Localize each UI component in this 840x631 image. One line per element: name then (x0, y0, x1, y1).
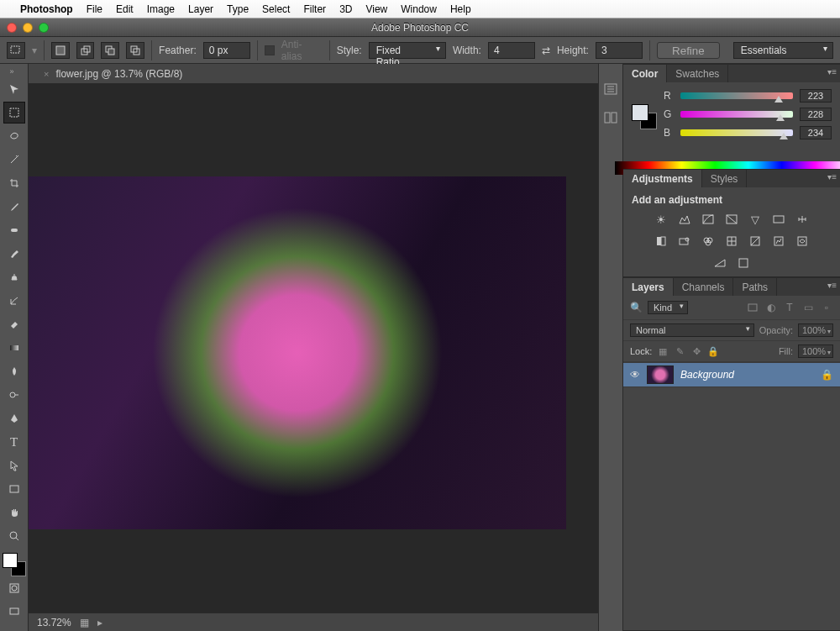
new-selection-icon[interactable] (51, 42, 70, 59)
magic-wand-tool-icon[interactable] (3, 149, 25, 171)
menu-3d[interactable]: 3D (339, 3, 352, 15)
fill-input[interactable]: 100% (798, 344, 833, 358)
vibrance-icon[interactable]: ▽ (748, 213, 763, 226)
type-tool-icon[interactable]: T (3, 431, 25, 453)
exposure-icon[interactable] (724, 213, 739, 226)
menu-file[interactable]: File (87, 3, 102, 15)
color-lookup-icon[interactable] (724, 234, 739, 248)
gradient-tool-icon[interactable] (3, 337, 25, 359)
b-value[interactable]: 234 (800, 126, 832, 139)
clone-stamp-tool-icon[interactable] (3, 266, 25, 288)
swap-dimensions-icon[interactable]: ⇄ (542, 45, 550, 56)
history-brush-tool-icon[interactable] (3, 290, 25, 312)
color-tab[interactable]: Color (623, 65, 667, 82)
document-tab[interactable]: × flower.jpg @ 13.7% (RGB/8) (29, 64, 598, 84)
swatches-tab[interactable]: Swatches (667, 65, 728, 82)
style-dropdown[interactable]: Fixed Ratio (369, 42, 446, 59)
path-selection-tool-icon[interactable] (3, 455, 25, 476)
levels-icon[interactable] (677, 213, 692, 226)
hue-saturation-icon[interactable] (771, 213, 786, 226)
channels-tab[interactable]: Channels (674, 278, 734, 296)
filter-smart-icon[interactable]: ▫ (820, 302, 833, 313)
brightness-contrast-icon[interactable]: ☀ (654, 213, 669, 226)
menu-layer[interactable]: Layer (188, 3, 213, 15)
feather-input[interactable] (203, 42, 250, 59)
move-tool-icon[interactable] (3, 78, 25, 100)
eyedropper-tool-icon[interactable] (3, 196, 25, 218)
width-input[interactable] (488, 42, 535, 59)
selective-color-icon[interactable] (736, 256, 751, 270)
pen-tool-icon[interactable] (3, 408, 25, 429)
healing-brush-tool-icon[interactable] (3, 219, 25, 241)
threshold-icon[interactable] (795, 234, 810, 248)
crop-tool-icon[interactable] (3, 172, 25, 194)
status-info-icon[interactable]: ▦ (80, 617, 89, 628)
properties-panel-icon[interactable] (602, 111, 619, 124)
posterize-icon[interactable] (771, 234, 786, 248)
height-input[interactable] (596, 42, 643, 59)
adjustments-panel-menu-icon[interactable]: ▾≡ (827, 172, 837, 181)
refine-edge-button[interactable]: Refine ... (657, 42, 720, 59)
g-value[interactable]: 228 (800, 108, 832, 121)
menu-image[interactable]: Image (147, 3, 175, 15)
lock-transparency-icon[interactable]: ▦ (657, 345, 669, 357)
color-panel-menu-icon[interactable]: ▾≡ (827, 67, 837, 76)
styles-tab[interactable]: Styles (702, 170, 748, 187)
zoom-level[interactable]: 13.72% (37, 617, 71, 628)
lasso-tool-icon[interactable] (3, 125, 25, 147)
menu-type[interactable]: Type (227, 3, 249, 15)
filter-pixel-icon[interactable] (746, 302, 759, 313)
layer-name[interactable]: Background (680, 369, 814, 381)
canvas[interactable] (29, 84, 598, 631)
eraser-tool-icon[interactable] (3, 313, 25, 335)
foreground-background-swatches[interactable] (3, 553, 26, 576)
history-panel-icon[interactable] (602, 82, 619, 96)
blend-mode-dropdown[interactable]: Normal (630, 323, 754, 337)
menu-help[interactable]: Help (450, 3, 471, 15)
menu-select[interactable]: Select (262, 3, 290, 15)
layer-visibility-icon[interactable]: 👁 (630, 369, 640, 381)
screen-mode-icon[interactable] (3, 601, 25, 623)
menu-view[interactable]: View (365, 3, 387, 15)
marquee-tool-icon[interactable] (3, 102, 25, 124)
black-white-icon[interactable] (654, 234, 669, 248)
color-panel-swatches[interactable] (632, 104, 657, 129)
app-menu[interactable]: Photoshop (20, 3, 73, 15)
paths-tab[interactable]: Paths (733, 278, 777, 296)
photo-filter-icon[interactable] (677, 234, 692, 248)
lock-position-icon[interactable]: ✥ (690, 345, 702, 357)
toolbox-expand-icon[interactable]: » (10, 67, 18, 76)
status-arrow-icon[interactable]: ▸ (97, 617, 102, 628)
foreground-color-swatch[interactable] (3, 553, 18, 568)
color-fg-swatch[interactable] (632, 104, 648, 121)
curves-icon[interactable] (701, 213, 716, 226)
hand-tool-icon[interactable] (3, 502, 25, 523)
blur-tool-icon[interactable] (3, 360, 25, 382)
brush-tool-icon[interactable] (3, 243, 25, 265)
channel-mixer-icon[interactable] (701, 234, 716, 248)
intersect-selection-icon[interactable] (126, 42, 144, 59)
filter-type-icon[interactable]: T (783, 302, 796, 313)
tool-preset-icon[interactable] (7, 42, 25, 59)
add-selection-icon[interactable] (76, 42, 95, 59)
color-balance-icon[interactable] (795, 213, 810, 226)
menu-edit[interactable]: Edit (116, 3, 134, 15)
zoom-window-button[interactable] (39, 23, 49, 33)
layer-filter-kind[interactable]: Kind (648, 301, 688, 314)
zoom-tool-icon[interactable] (3, 525, 25, 547)
adjustments-tab[interactable]: Adjustments (623, 170, 702, 187)
gradient-map-icon[interactable] (712, 256, 727, 270)
layers-tab[interactable]: Layers (623, 278, 674, 296)
lock-pixels-icon[interactable]: ✎ (674, 345, 685, 357)
dodge-tool-icon[interactable] (3, 384, 25, 406)
opacity-input[interactable]: 100% (798, 323, 833, 337)
workspace-switcher[interactable]: Essentials (733, 42, 833, 59)
filter-adjust-icon[interactable]: ◐ (764, 302, 778, 313)
layer-item[interactable]: 👁 Background 🔒 (623, 362, 840, 387)
minimize-window-button[interactable] (23, 23, 33, 33)
menu-filter[interactable]: Filter (303, 3, 326, 15)
g-slider[interactable] (680, 109, 793, 119)
lock-all-icon[interactable]: 🔒 (707, 345, 719, 357)
quick-mask-icon[interactable] (3, 577, 25, 599)
close-window-button[interactable] (7, 23, 17, 33)
